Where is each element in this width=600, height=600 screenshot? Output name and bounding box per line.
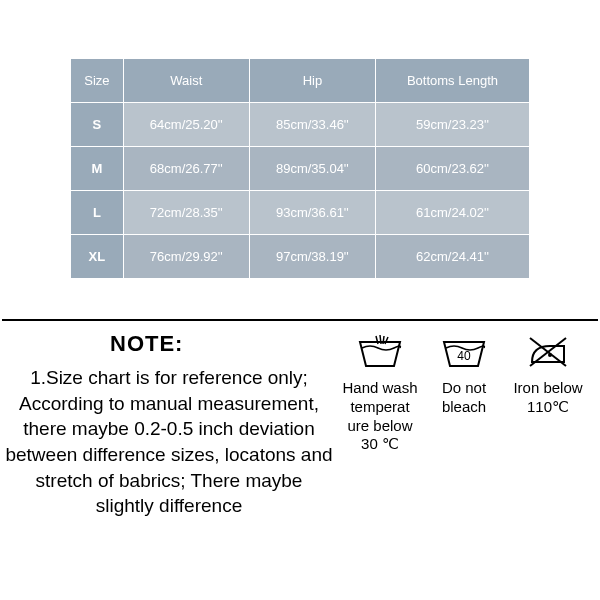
- cell-length: 62cm/24.41'': [375, 235, 529, 279]
- cell-size: L: [71, 191, 124, 235]
- table-row: S 64cm/25.20'' 85cm/33.46'' 59cm/23.23'': [71, 103, 530, 147]
- wash-temp-text: 40: [457, 349, 471, 363]
- cell-hip: 85cm/33.46'': [249, 103, 375, 147]
- cell-length: 60cm/23.62'': [375, 147, 529, 191]
- note-title: NOTE:: [110, 331, 334, 357]
- cell-waist: 64cm/25.20'': [123, 103, 249, 147]
- cell-length: 61cm/24.02'': [375, 191, 529, 235]
- care-item: 40 Do not bleach: [422, 329, 506, 454]
- cell-size: XL: [71, 235, 124, 279]
- note-body: 1.Size chart is for reference only; Acco…: [4, 365, 334, 519]
- cell-length: 59cm/23.23'': [375, 103, 529, 147]
- col-waist: Waist: [123, 59, 249, 103]
- col-length: Bottoms Length: [375, 59, 529, 103]
- cell-waist: 72cm/28.35'': [123, 191, 249, 235]
- no-iron-icon: [506, 329, 590, 375]
- table-row: M 68cm/26.77'' 89cm/35.04'' 60cm/23.62'': [71, 147, 530, 191]
- cell-hip: 89cm/35.04'': [249, 147, 375, 191]
- care-label: Iron below 110℃: [506, 379, 590, 417]
- hand-wash-icon: [338, 329, 422, 375]
- care-item: Hand wash temperat ure below 30 ℃: [338, 329, 422, 454]
- cell-size: S: [71, 103, 124, 147]
- table-row: XL 76cm/29.92'' 97cm/38.19'' 62cm/24.41'…: [71, 235, 530, 279]
- col-size: Size: [71, 59, 124, 103]
- care-label: Hand wash temperat ure below 30 ℃: [338, 379, 422, 454]
- cell-hip: 93cm/36.61'': [249, 191, 375, 235]
- col-hip: Hip: [249, 59, 375, 103]
- size-chart-table: Size Waist Hip Bottoms Length S 64cm/25.…: [70, 58, 530, 279]
- cell-waist: 76cm/29.92'': [123, 235, 249, 279]
- wash-40-icon: 40: [422, 329, 506, 375]
- cell-waist: 68cm/26.77'': [123, 147, 249, 191]
- cell-hip: 97cm/38.19'': [249, 235, 375, 279]
- care-item: Iron below 110℃: [506, 329, 590, 454]
- cell-size: M: [71, 147, 124, 191]
- table-row: L 72cm/28.35'' 93cm/36.61'' 61cm/24.02'': [71, 191, 530, 235]
- care-instructions: Hand wash temperat ure below 30 ℃ 40 Do …: [338, 321, 600, 454]
- care-label: Do not bleach: [422, 379, 506, 417]
